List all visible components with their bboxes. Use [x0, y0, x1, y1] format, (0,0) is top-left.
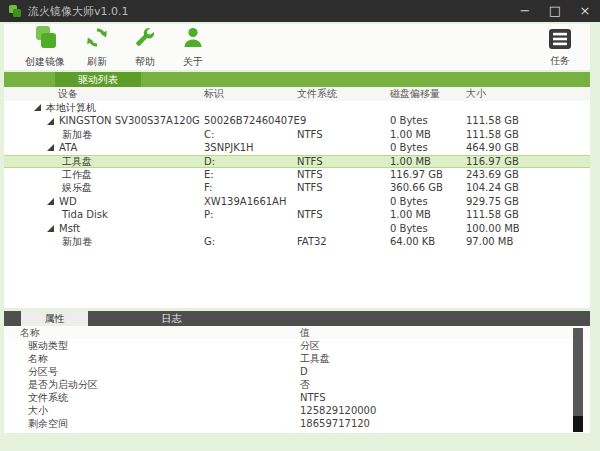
device-label: 本地计算机 — [46, 101, 96, 114]
offset-cell: 116.97 GB — [390, 168, 443, 181]
offset-cell: 0 Bytes — [390, 141, 428, 154]
tab-properties[interactable]: 属性 — [21, 311, 88, 326]
filesystem-cell: NTFS — [297, 208, 323, 221]
bottom-tab-bar: 属性 日志 — [4, 311, 590, 326]
offset-cell: 0 Bytes — [390, 222, 428, 235]
property-row[interactable]: 分区号D — [4, 365, 590, 378]
device-cell: KINGSTON SV300S37A120G — [4, 114, 200, 127]
offset-cell: 360.66 GB — [390, 181, 443, 194]
drive-row[interactable]: 工具盘D:NTFS1.00 MB116.97 GB — [4, 155, 590, 168]
property-name: 名称 — [28, 352, 48, 365]
column-header-filesystem: 文件系统 — [297, 87, 337, 101]
size-cell: 116.97 GB — [466, 155, 519, 168]
device-label: 新加卷 — [62, 235, 92, 248]
maximize-button[interactable]: □ — [548, 0, 562, 22]
property-row[interactable]: 名称工具盘 — [4, 352, 590, 365]
drive-row[interactable]: 新加卷C:NTFS1.00 MB111.58 GB — [4, 128, 590, 141]
offset-cell: 0 Bytes — [390, 114, 428, 127]
device-cell: 新加卷 — [4, 128, 92, 141]
drive-list-panel-bar: 驱动列表 — [4, 72, 590, 87]
column-header-value: 值 — [300, 326, 310, 339]
refresh-icon — [85, 25, 109, 54]
tasks-button[interactable]: 任务 — [538, 27, 582, 69]
scrollbar-thumb[interactable] — [573, 416, 583, 432]
device-label: 工具盘 — [62, 155, 92, 168]
device-cell: Msft — [4, 222, 80, 235]
drive-list-tab[interactable]: 驱动列表 — [55, 72, 141, 87]
column-header-offset: 磁盘偏移量 — [390, 87, 440, 101]
id-cell: C: — [204, 128, 214, 141]
device-label: ATA — [59, 141, 77, 154]
id-cell: D: — [204, 155, 215, 168]
device-cell: 新加卷 — [4, 235, 92, 248]
toolbar-button-label: 关于 — [183, 55, 203, 69]
property-value: 分区 — [300, 339, 320, 352]
id-cell: XW139A1661AH — [204, 195, 286, 208]
properties-scrollbar[interactable] — [573, 328, 583, 432]
drive-row[interactable]: 工作盘E:NTFS116.97 GB243.69 GB — [4, 168, 590, 181]
expand-triangle-icon[interactable] — [47, 225, 54, 232]
device-cell: 本地计算机 — [4, 101, 96, 114]
device-label: 娱乐盘 — [62, 181, 92, 194]
size-cell: 111.58 GB — [466, 128, 519, 141]
column-header-device: 设备 — [58, 87, 78, 101]
app-icon — [8, 4, 22, 18]
property-row[interactable]: 是否为启动分区否 — [4, 378, 590, 391]
device-label: 工作盘 — [62, 168, 92, 181]
refresh-button[interactable]: 刷新 — [74, 26, 120, 68]
property-value: 125829120000 — [300, 404, 376, 417]
device-label: 新加卷 — [62, 128, 92, 141]
offset-cell: 1.00 MB — [390, 128, 431, 141]
offset-cell: 1.00 MB — [390, 208, 431, 221]
drive-row[interactable]: KINGSTON SV300S37A120G50026B72460407E90 … — [4, 114, 590, 127]
property-row[interactable]: 文件系统NTFS — [4, 391, 590, 404]
drive-row[interactable]: 新加卷G:FAT3264.00 KB97.00 MB — [4, 235, 590, 248]
drive-table-header: 设备 标识 文件系统 磁盘偏移量 大小 — [4, 87, 590, 101]
close-button[interactable]: × — [578, 0, 592, 22]
offset-cell: 64.00 KB — [390, 235, 435, 248]
device-label: KINGSTON SV300S37A120G — [59, 114, 200, 127]
property-name: 文件系统 — [28, 391, 68, 404]
size-cell: 464.90 GB — [466, 141, 519, 154]
drive-row[interactable]: 娱乐盘F:NTFS360.66 GB104.24 GB — [4, 181, 590, 194]
create-image-icon — [32, 25, 58, 54]
drive-row[interactable]: WDXW139A1661AH0 Bytes929.75 GB — [4, 195, 590, 208]
device-label: Msft — [59, 222, 80, 235]
about-button[interactable]: 关于 — [170, 26, 216, 68]
property-value: 18659717120 — [300, 417, 370, 430]
filesystem-cell: FAT32 — [297, 235, 327, 248]
drive-row[interactable]: Tida DiskP:NTFS1.00 MB111.58 GB — [4, 208, 590, 221]
property-value: NTFS — [300, 391, 326, 404]
minimize-button[interactable]: − — [518, 0, 532, 22]
property-name: 分区号 — [28, 365, 58, 378]
expand-triangle-icon[interactable] — [47, 118, 54, 125]
expand-triangle-icon[interactable] — [47, 144, 54, 151]
toolbar: 创建镜像 刷新 帮助 — [4, 24, 590, 70]
drive-list-tab-label: 驱动列表 — [78, 74, 118, 85]
drive-row[interactable]: 本地计算机 — [4, 101, 590, 114]
size-cell: 243.69 GB — [466, 168, 519, 181]
id-cell: 50026B72460407E9 — [204, 114, 306, 127]
id-cell: E: — [204, 168, 214, 181]
drive-row[interactable]: Msft0 Bytes100.00 MB — [4, 222, 590, 235]
help-button[interactable]: 帮助 — [122, 26, 168, 68]
create-image-button[interactable]: 创建镜像 — [18, 26, 72, 68]
property-row[interactable]: 驱动类型分区 — [4, 339, 590, 352]
property-row[interactable]: 大小125829120000 — [4, 404, 590, 417]
tab-log[interactable]: 日志 — [138, 311, 205, 326]
size-cell: 111.58 GB — [466, 208, 519, 221]
property-value: D — [300, 365, 308, 378]
expand-triangle-icon[interactable] — [47, 198, 54, 205]
size-cell: 104.24 GB — [466, 181, 519, 194]
drive-row[interactable]: ATA3SNPJK1H0 Bytes464.90 GB — [4, 141, 590, 154]
toolbar-button-label: 刷新 — [87, 55, 107, 69]
device-cell: ATA — [4, 141, 77, 154]
drive-table-body: 本地计算机KINGSTON SV300S37A120G50026B7246040… — [4, 101, 590, 308]
property-name: 是否为启动分区 — [28, 378, 98, 391]
property-row[interactable]: 剩余空间18659717120 — [4, 417, 590, 430]
expand-triangle-icon[interactable] — [34, 104, 41, 111]
device-cell: 娱乐盘 — [4, 181, 92, 194]
task-list-icon — [549, 29, 571, 53]
id-cell: 3SNPJK1H — [204, 141, 254, 154]
id-cell: G: — [204, 235, 215, 248]
